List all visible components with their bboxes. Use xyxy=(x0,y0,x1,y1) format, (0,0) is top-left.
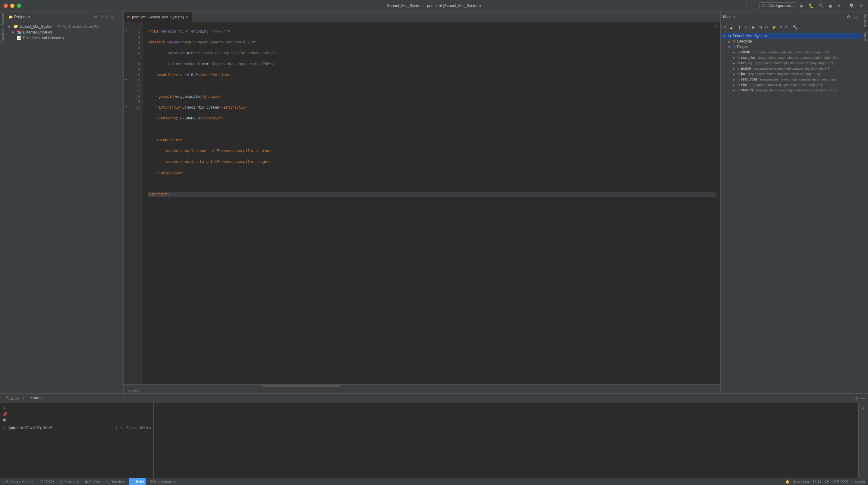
maven-item-surefire[interactable]: ▶ m surefire (org.apache.maven.plugins:m… xyxy=(721,87,862,93)
maximize-button[interactable] xyxy=(17,4,21,8)
maven-item-jar[interactable]: ▶ m jar (org.apache.maven.plugins:maven-… xyxy=(721,71,862,77)
editor-tab-pom-xml[interactable]: m pom.xml (School_Mis_System) ✕ xyxy=(124,12,192,22)
wrap-text-icon[interactable]: ⇌ xyxy=(861,412,866,419)
scrollbar-thumb[interactable] xyxy=(262,385,341,387)
maven-clean-icon[interactable]: 🧹 xyxy=(728,24,736,30)
gutter-7 xyxy=(124,55,128,60)
maven-lifecycle-icon[interactable]: ⟳ xyxy=(764,24,770,30)
format-list-icon[interactable]: ≡ xyxy=(861,404,866,411)
breadcrumb: project xyxy=(128,389,139,392)
search-button[interactable]: 🔍 xyxy=(2,418,151,424)
maven-item-site[interactable]: ▶ m site (org.apache.maven.plugins:maven… xyxy=(721,82,862,87)
event-log-label[interactable]: Event Log xyxy=(793,480,809,484)
add-configuration-button[interactable]: Add Configuration... xyxy=(760,2,797,9)
build-tab-dropdown[interactable]: ▼ xyxy=(22,397,25,400)
todo-label: TODO xyxy=(44,480,54,484)
status-tab-dependencies[interactable]: ⊞ Dependencies xyxy=(148,478,178,485)
bottom-tab-sync[interactable]: Sync ✕ xyxy=(28,394,46,403)
maven-clean-sublabel: (org.apache.maven.plugins:maven-clean-pl… xyxy=(752,50,829,54)
maven-item-root[interactable]: ▼ 🗂 School_Mis_System xyxy=(721,33,862,38)
status-tab-profiler[interactable]: ◉ Profiler xyxy=(83,478,102,485)
maven-settings-icon[interactable]: ⚙ xyxy=(845,13,852,20)
locate-in-tree-icon[interactable]: ⊕ xyxy=(93,14,98,20)
project-settings-icon[interactable]: ⚙ xyxy=(110,14,115,20)
status-tab-terminal[interactable]: >_ Terminal xyxy=(104,478,127,485)
maven-add-icon[interactable]: + xyxy=(743,24,748,30)
maven-item-plugins[interactable]: ▼ ⊞ Plugins xyxy=(721,44,862,50)
minimize-button[interactable] xyxy=(10,4,14,8)
status-tab-problems[interactable]: ⚠ Problems xyxy=(58,478,81,485)
gutter-9 xyxy=(124,66,128,71)
maven-execute-icon[interactable]: m xyxy=(757,24,763,30)
profiler-label: Profiler xyxy=(89,480,100,484)
maven-surefire-label: surefire xyxy=(741,88,754,92)
gutter-12 xyxy=(124,82,128,87)
status-tab-build[interactable]: 🔨 Build xyxy=(129,478,146,485)
status-tab-version-control[interactable]: ⎇ Version Control xyxy=(2,478,35,485)
maven-tree: ▼ 🗂 School_Mis_System ▶ ⚙ Lifecycle ▼ ⊞ … xyxy=(721,32,862,393)
bottom-close-icon[interactable]: — xyxy=(861,395,866,401)
pin-button[interactable]: 📌 xyxy=(2,411,151,417)
build-icon[interactable]: 🔨 xyxy=(817,3,825,9)
maven-skip-tests-icon[interactable]: ≡ xyxy=(778,24,783,30)
maven-close-icon[interactable]: — xyxy=(853,13,860,20)
status-tab-todo[interactable]: ☑ TODO xyxy=(38,478,56,485)
maven-panel-title: Maven xyxy=(723,15,735,19)
build-tab-icon: 🔨 xyxy=(5,396,10,400)
maven-item-lifecycle[interactable]: ▶ ⚙ Lifecycle xyxy=(721,38,862,44)
sync-tab-close-icon[interactable]: ✕ xyxy=(40,396,43,400)
checkmark-indicator: ✓ xyxy=(714,24,718,29)
close-button[interactable] xyxy=(4,4,8,8)
bottom-tab-build[interactable]: 🔨 Build ▼ xyxy=(2,394,28,403)
code-content[interactable]: <?xml version="1.0" encoding="UTF-8"?> <… xyxy=(143,22,720,384)
maven-reload-icon[interactable]: ↺ xyxy=(722,24,728,30)
tree-item-external-libraries[interactable]: ▶ 📚 External Libraries xyxy=(6,29,123,35)
settings-icon[interactable]: ⚙ xyxy=(858,3,864,9)
maven-download-icon[interactable]: ⬇ xyxy=(737,24,743,30)
maven-run-icon[interactable]: ▶ xyxy=(751,24,756,30)
tree-item-scratches[interactable]: 📝 Scratches and Consoles xyxy=(6,35,123,41)
maven-item-compiler[interactable]: ▶ m compiler (org.apache.maven.plugins:m… xyxy=(721,55,862,60)
maven-wrench-icon[interactable]: 🔧 xyxy=(792,24,799,30)
collapse-all-icon[interactable]: ⊟ xyxy=(99,14,104,20)
maven-item-resources[interactable]: ▶ m resources (org.apache.maven.plugins:… xyxy=(721,77,862,82)
rerun-icon[interactable]: ↺ xyxy=(836,3,842,9)
right-side-strip: Database Maven xyxy=(862,11,868,393)
title-bar: School_Mis_System – pom.xml (School_Mis_… xyxy=(0,0,868,11)
run-icon[interactable]: ▶ xyxy=(799,3,805,9)
close-project-panel-icon[interactable]: — xyxy=(116,14,121,20)
close-tab-icon[interactable]: ✕ xyxy=(186,16,188,19)
code-editor[interactable]: ⊖ ⊖ ⊖ 123456 789101112 13141516 xyxy=(124,22,720,384)
search-icon[interactable]: 🔍 xyxy=(848,3,856,9)
maven-item-deploy[interactable]: ▶ m deploy (org.apache.maven.plugins:mav… xyxy=(721,60,862,66)
expand-all-icon[interactable]: ≡ xyxy=(105,14,108,20)
bottom-settings-icon[interactable]: ⚙ xyxy=(855,395,859,401)
stop-icon[interactable]: ◼ xyxy=(827,3,833,9)
debug-icon[interactable]: 🐛 xyxy=(807,3,815,9)
sync-button[interactable]: ↺ xyxy=(2,405,151,411)
database-label[interactable]: Database xyxy=(864,11,867,29)
build-result: ✓ Sync: At 2024/1/23, 20:16 1 min, 58 se… xyxy=(2,425,151,432)
tree-item-school-mis-system[interactable]: ▶ 📁 School_Mis_System ~/M_W_Share/ideaSp… xyxy=(6,24,123,29)
editor-area: m pom.xml (School_Mis_System) ✕ ⊖ ⊖ xyxy=(124,11,720,393)
maven-resources-sublabel: (org.apache.maven.plugins:maven-resource… xyxy=(760,78,838,81)
favorites-icon[interactable]: Favorites xyxy=(1,27,4,44)
maven-threads-icon[interactable]: ⚡ xyxy=(770,24,778,30)
project-panel: 📁 Project ▼ ⊕ ⊟ ≡ ⚙ — ▶ 📁 School_Mis_Sys… xyxy=(6,11,124,393)
maven-item-clean[interactable]: ▶ m clean (org.apache.maven.plugins:mave… xyxy=(721,50,862,55)
gutter-14 xyxy=(124,93,128,98)
maven-clean-label: clean xyxy=(741,50,750,54)
maven-label[interactable]: Maven xyxy=(864,29,867,43)
toolbar-actions: ⑂ ← Add Configuration... ▶ 🐛 🔨 ◼ ↺ 🔍 ⚙ xyxy=(743,2,864,9)
structure-icon[interactable]: Structure xyxy=(1,11,4,27)
maven-install-sublabel: (org.apache.maven.plugins:maven-install-… xyxy=(753,67,830,70)
maven-item-install[interactable]: ▶ m install (org.apache.maven.plugins:ma… xyxy=(721,66,862,71)
maven-profiles-icon[interactable]: ≡ xyxy=(784,24,789,30)
gutter-10 xyxy=(124,71,128,77)
editor-horizontal-scrollbar[interactable] xyxy=(124,384,720,387)
vcs-icon[interactable]: ⑂ xyxy=(743,3,748,9)
status-right-info: 🔔 Event Log 16:11 LF UTF-6504 4 spaces xyxy=(785,480,866,484)
maven-compiler-sublabel: (org.apache.maven.plugins:maven-compiler… xyxy=(758,56,838,59)
back-icon[interactable]: ← xyxy=(750,3,757,9)
gutter-3 xyxy=(124,33,128,38)
